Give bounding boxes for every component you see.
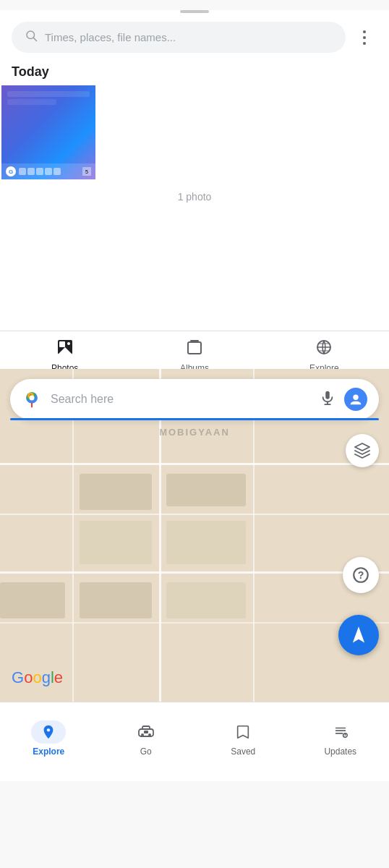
more-options-button[interactable] [351, 25, 377, 51]
search-bar[interactable]: Times, places, file names... [12, 22, 346, 53]
explore-icon-wrap [31, 720, 66, 744]
svg-rect-6 [188, 342, 201, 354]
svg-point-5 [67, 342, 70, 345]
search-icon [25, 29, 38, 46]
more-vert-icon [363, 30, 366, 45]
photos-icon [56, 339, 74, 360]
search-bar-row: Times, places, file names... [0, 13, 389, 61]
map-road-h4 [0, 622, 389, 624]
microphone-icon[interactable] [320, 390, 335, 409]
thumb-app-icons [19, 168, 61, 175]
thumb-g-logo: G [6, 166, 16, 176]
svg-rect-25 [144, 731, 148, 733]
thumb-taskbar: G 5 [1, 163, 95, 179]
updates-icon-wrap [323, 720, 358, 744]
svg-point-14 [30, 395, 35, 400]
saved-icon-wrap [226, 720, 260, 744]
map-layers-button[interactable] [346, 434, 379, 467]
maps-nav-explore[interactable]: Explore [0, 702, 98, 781]
photo-grid: G 5 [0, 85, 389, 179]
map-block-3 [80, 521, 152, 564]
google-logo-text: Google [12, 668, 63, 686]
map-road-h1 [0, 463, 389, 465]
google-logo-map: Google [12, 668, 63, 687]
maps-search-bar[interactable]: Search here [10, 379, 379, 420]
map-block-4 [166, 521, 246, 564]
navigation-icon [349, 625, 369, 645]
search-placeholder-text: Times, places, file names... [45, 31, 176, 43]
albums-icon [186, 339, 203, 360]
photo-thumb-inner: G 5 [1, 85, 95, 179]
saved-maps-label: Saved [231, 746, 255, 757]
map-block-6 [80, 582, 152, 618]
photo-count: 1 photo [0, 179, 389, 208]
map-block-7 [166, 582, 246, 618]
maps-search-placeholder: Search here [51, 393, 311, 406]
map-block-5 [0, 582, 65, 618]
map-location-button[interactable]: ? [343, 557, 379, 593]
active-line [10, 418, 379, 420]
go-icon [137, 723, 155, 741]
map-road-h2 [0, 514, 389, 515]
updates-icon [333, 724, 349, 740]
today-heading: Today [0, 61, 389, 85]
layers-icon [354, 442, 371, 459]
svg-point-23 [141, 733, 144, 736]
go-maps-label: Go [140, 746, 152, 757]
map-block-2 [166, 474, 246, 506]
map-road-h3 [0, 571, 389, 574]
explore-map-icon [40, 724, 56, 740]
maps-nav-saved[interactable]: Saved [194, 702, 292, 781]
user-avatar[interactable] [344, 388, 367, 411]
svg-rect-15 [325, 391, 330, 399]
svg-rect-3 [59, 341, 65, 347]
maps-section: Search here MOBIGYAAN [0, 369, 389, 781]
saved-icon [235, 724, 251, 740]
photo-thumbnail[interactable]: G 5 [1, 85, 95, 179]
maps-nav-go[interactable]: Go [98, 702, 195, 781]
photos-section: Times, places, file names... Today G [0, 10, 389, 379]
svg-text:?: ? [358, 569, 364, 581]
svg-line-1 [33, 38, 36, 41]
navigation-fab[interactable] [338, 615, 379, 655]
svg-point-28 [345, 736, 346, 736]
svg-point-24 [148, 733, 151, 736]
svg-point-19 [353, 395, 358, 400]
svg-rect-7 [190, 340, 199, 341]
maps-nav-updates[interactable]: Updates [292, 702, 390, 781]
go-icon-wrap [129, 720, 163, 744]
updates-maps-label: Updates [324, 746, 356, 757]
watermark: MOBIGYAAN [159, 427, 230, 438]
map-block-1 [80, 474, 152, 510]
explore-maps-label: Explore [33, 746, 64, 757]
explore-photos-icon [315, 339, 333, 360]
location-question-icon: ? [351, 566, 370, 584]
maps-logo-icon [22, 389, 42, 409]
maps-bottom-nav: Explore Go Saved [0, 702, 389, 781]
